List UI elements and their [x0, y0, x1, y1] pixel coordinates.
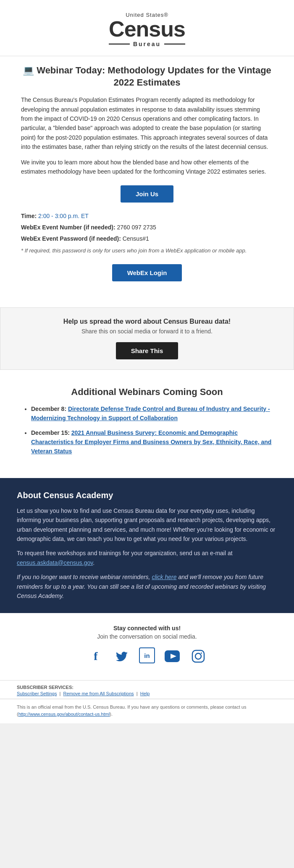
main-content: 💻 Webinar Today: Methodology Updates for…	[0, 56, 294, 299]
webinar-body-1: The Census Bureau's Population Estimates…	[21, 95, 273, 151]
academy-body-3: If you no longer want to receive webinar…	[17, 572, 277, 600]
bureau-line: Bureau	[109, 41, 185, 47]
time-value: 2:00 - 3:00 p.m. ET	[38, 213, 89, 219]
list-item: December 15: 2021 Annual Business Survey…	[31, 428, 273, 456]
svg-point-4	[201, 652, 202, 654]
subscriber-label: SUBSCRIBER SERVICES:	[17, 685, 277, 690]
join-us-button[interactable]: Join Us	[121, 185, 173, 203]
event-details: Time: 2:00 - 3:00 p.m. ET WebEx Event Nu…	[21, 212, 273, 255]
academy-email-link[interactable]: census.askdata@census.gov	[17, 559, 93, 566]
subscriber-services: SUBSCRIBER SERVICES: Subscriber Settings…	[0, 680, 294, 699]
additional-webinars-section: Additional Webinars Coming Soon December…	[0, 378, 294, 470]
join-us-container: Join Us	[21, 185, 273, 203]
time-label: Time:	[21, 213, 37, 219]
share-this-button[interactable]: Share This	[116, 342, 178, 359]
webex-number-detail: WebEx Event Number (if needed): 2760 097…	[21, 223, 273, 232]
instagram-icon[interactable]	[189, 647, 207, 665]
academy-body-3-pre: If you no longer want to receive webinar…	[17, 574, 152, 580]
stay-connected-text: Stay connected with us!	[17, 625, 277, 632]
logo-line-left	[109, 44, 130, 44]
linkedin-icon[interactable]: in	[139, 647, 155, 663]
academy-section: About Census Academy Let us show you how…	[0, 478, 294, 613]
join-convo-text: Join the conversation on social media.	[17, 633, 277, 640]
webex-number-label: WebEx Event Number (if needed):	[21, 224, 116, 231]
facebook-icon[interactable]: f	[87, 647, 105, 665]
census-text: Census	[109, 18, 185, 40]
webex-password-value: Census#1	[123, 235, 149, 242]
svg-point-3	[195, 653, 201, 659]
time-detail: Time: 2:00 - 3:00 p.m. ET	[21, 212, 273, 221]
list-item: December 8: Directorate Defense Trade Co…	[31, 404, 273, 423]
webinar-body-2: We invite you to learn more about how th…	[21, 158, 273, 177]
academy-body-1: Let us show you how to find and use Cens…	[17, 506, 277, 544]
webex-login-container: WebEx Login	[21, 264, 273, 281]
laptop-icon: 💻	[23, 65, 34, 75]
webinar-list: December 8: Directorate Defense Trade Co…	[21, 404, 273, 456]
footer-note-end: ).	[110, 712, 113, 717]
click-here-link[interactable]: click here	[152, 574, 176, 580]
social-icons-row: f in	[17, 647, 277, 665]
email-header: United States® Census Bureau	[0, 0, 294, 56]
webinar-date-1: December 8:	[31, 405, 66, 412]
subscriber-settings-link[interactable]: Subscriber Settings	[17, 691, 57, 696]
census-logo: United States® Census Bureau	[109, 12, 185, 47]
share-section: Help us spread the word about Census Bur…	[0, 307, 294, 370]
footer-contact-link[interactable]: http://www.census.gov/about/contact-us.h…	[18, 712, 110, 717]
twitter-icon[interactable]	[113, 647, 131, 665]
additional-webinars-title: Additional Webinars Coming Soon	[21, 387, 273, 398]
academy-body-2: To request free workshops and trainings …	[17, 548, 277, 567]
webex-password-label: WebEx Event Password (if needed):	[21, 235, 121, 242]
logo-line-right	[164, 44, 185, 44]
academy-title: About Census Academy	[17, 491, 277, 500]
webex-number-value: 2760 097 2735	[117, 224, 156, 231]
webinar-date-2: December 15:	[31, 429, 70, 436]
svg-rect-2	[192, 650, 204, 662]
help-link[interactable]: Help	[140, 691, 150, 696]
footer-note: This is an official email from the U.S. …	[0, 699, 294, 723]
social-footer: Stay connected with us! Join the convers…	[0, 613, 294, 680]
youtube-icon[interactable]	[163, 647, 181, 665]
webex-login-button[interactable]: WebEx Login	[112, 264, 182, 281]
webinar-link-1[interactable]: Directorate Defense Trade Control and Bu…	[31, 405, 270, 421]
share-heading: Help us spread the word about Census Bur…	[17, 318, 277, 325]
webex-note: * If required, this password is only for…	[21, 247, 273, 255]
webinar-title: 💻 Webinar Today: Methodology Updates for…	[21, 65, 273, 88]
webex-password-detail: WebEx Event Password (if needed): Census…	[21, 234, 273, 243]
share-subtext: Share this on social media or forward it…	[17, 328, 277, 335]
bureau-text: Bureau	[133, 41, 161, 47]
subscriber-links: Subscriber Settings | Remove me from All…	[17, 691, 277, 696]
remove-subscriptions-link[interactable]: Remove me from All Subscriptions	[63, 691, 134, 696]
email-wrapper: United States® Census Bureau 💻 Webinar T…	[0, 0, 294, 723]
